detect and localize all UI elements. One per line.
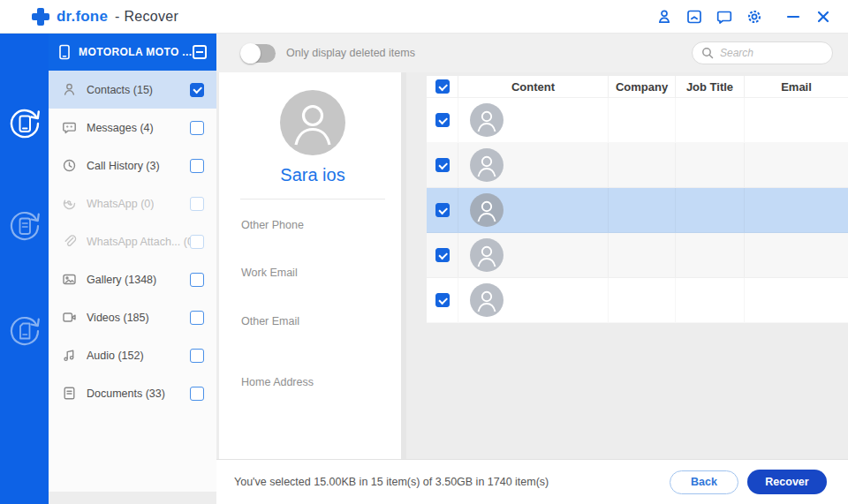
sidebar-item-messages[interactable]: Messages (4) [49,109,216,147]
sidebar-item-whatsapp[interactable]: WhatsApp Attach... (0) [49,222,216,260]
sidebar-item-checkbox[interactable] [190,159,204,173]
sidebar-item-label: Messages (4) [87,122,154,134]
cell-checkbox [427,98,458,142]
sidebar-item-label: Audio (152) [87,350,144,362]
cell-company [609,188,676,232]
back-button[interactable]: Back [670,470,738,494]
minimize-icon[interactable] [784,8,802,26]
row-checkbox[interactable] [435,203,450,217]
cell-checkbox [427,143,458,187]
select-all-checkbox[interactable] [435,79,450,94]
sidebar-item-whatsapp[interactable]: WhatsApp (0) [49,184,216,222]
cell-job-title [676,98,745,142]
table-row[interactable] [427,233,848,278]
device-name: MOTOROLA MOTO ... [79,46,193,58]
sidebar-item-label: WhatsApp Attach... (0) [87,236,190,248]
selection-summary: You've selected 15.00KB in 15 item(s) of… [234,476,549,488]
contact-avatar [470,193,504,227]
sidebar-item-gallery[interactable]: Gallery (1348) [49,260,216,298]
device-recovery-icon[interactable] [5,207,44,245]
cell-content [458,278,609,322]
contact-name: Sara ios [219,165,406,185]
cell-email [745,278,848,322]
title-bar: dr.fone - Recover [0,0,848,34]
sidebar-item-contacts[interactable]: Contacts (15) [49,71,216,109]
cell-content [458,188,609,232]
sidebar-item-checkbox[interactable] [190,197,204,211]
device-header[interactable]: MOTOROLA MOTO ... [49,34,216,71]
list-toolbar: Only display deleted items [216,34,848,72]
table-body [427,98,848,323]
search-box[interactable] [692,41,833,64]
divider [240,199,385,199]
mode-rail [0,34,49,504]
column-header-email: Email [745,76,848,97]
cell-company [609,98,676,142]
sidebar-item-checkbox[interactable] [190,273,204,287]
contact-avatar [470,283,504,317]
table-row[interactable] [427,143,848,188]
drfone-logo-icon [32,8,49,26]
contact-fields: Other Phone Work Email Other Email Home … [219,219,406,459]
deleted-items-toggle[interactable] [240,44,276,63]
close-icon[interactable] [814,8,832,26]
sidebar-item-label: Gallery (1348) [87,274,156,286]
table-row[interactable] [427,98,848,143]
account-icon[interactable] [655,8,673,26]
field-label-home-address: Home Address [241,376,406,388]
sidebar-item-documents[interactable]: Documents (33) [49,374,216,412]
category-sidebar: MOTOROLA MOTO ... Contacts (15)Messages … [49,34,216,504]
search-input[interactable] [720,47,823,59]
cell-company [609,233,676,277]
cell-content [458,233,609,277]
sidebar-item-videos[interactable]: Videos (185) [49,298,216,336]
documents-icon [62,386,77,401]
sidebar-scroll-track[interactable] [49,492,216,504]
row-checkbox[interactable] [435,158,450,172]
row-checkbox[interactable] [435,248,450,262]
sidebar-item-checkbox[interactable] [190,121,204,135]
sidebar-item-label: WhatsApp (0) [87,198,154,210]
videos-icon [62,310,77,325]
sidebar-item-checkbox[interactable] [190,387,204,401]
cell-content [458,143,609,187]
sidebar-item-label: Call History (3) [87,160,160,172]
phone-recovery-icon[interactable] [5,104,44,143]
contact-avatar [470,148,504,182]
cell-content [458,98,609,142]
sidebar-item-label: Contacts (15) [87,84,153,96]
audio-icon [62,348,77,363]
sidebar-item-call[interactable]: Call History (3) [49,147,216,184]
field-label-work-email: Work Email [241,267,406,279]
sidebar-item-checkbox[interactable] [190,235,204,249]
settings-icon[interactable] [746,8,763,26]
sidebar-item-label: Documents (33) [87,387,165,400]
cell-checkbox [427,233,458,277]
column-header-content: Content [458,76,609,97]
sidebar-item-checkbox[interactable] [190,83,204,97]
detail-scrollbar[interactable] [401,72,406,459]
call-history-icon [62,158,77,173]
cell-job-title [676,278,745,322]
sidebar-item-checkbox[interactable] [190,311,204,325]
table-row[interactable] [427,188,848,233]
column-header-job-title: Job Title [676,76,745,97]
toggle-knob[interactable] [240,43,261,64]
sidebar-item-audio[interactable]: Audio (152) [49,336,216,374]
search-icon [701,47,714,59]
attachment-icon [62,234,77,249]
table-row[interactable] [427,278,848,323]
collapse-icon[interactable] [193,45,207,59]
row-checkbox[interactable] [435,113,450,127]
save-icon[interactable] [685,8,703,26]
gallery-icon [62,272,77,287]
cell-job-title [676,143,745,187]
chat-icon[interactable] [716,8,733,26]
sidebar-item-checkbox[interactable] [190,349,204,363]
row-checkbox[interactable] [435,293,450,307]
recover-button[interactable]: Recover [747,470,827,494]
brand-name: dr.fone [57,8,108,26]
contact-detail-panel: Sara ios Other Phone Work Email Other Em… [216,72,406,459]
sdcard-recovery-icon[interactable] [5,312,44,350]
cell-job-title [676,188,745,232]
